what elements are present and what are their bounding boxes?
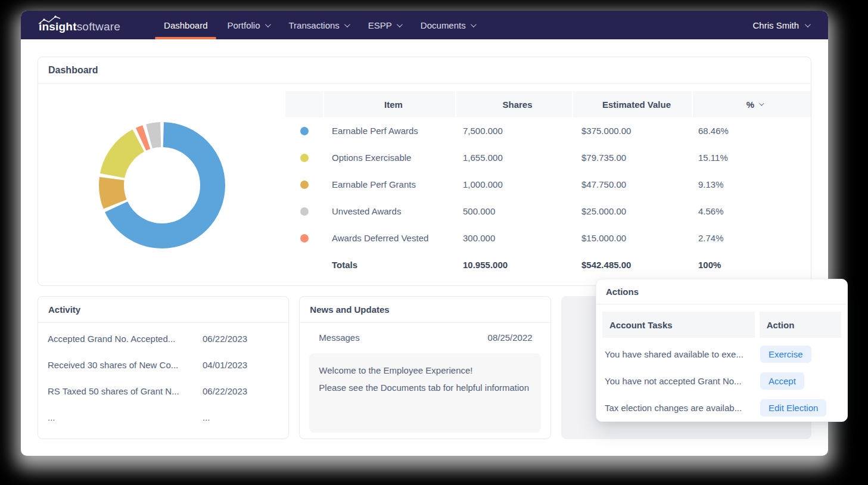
legend-color-column-header [285,91,323,117]
activity-list-item[interactable]: RS Taxed 50 shares of Grant N... 06/22/2… [38,386,288,396]
estimated-value: $79.735.00 [573,153,692,163]
item-label: Options Exercisable [324,153,455,163]
activity-date: 04/01/2023 [203,360,247,370]
task-text: Tax election changes are availab... [602,403,760,413]
table-row: Awards Deferred Vested 300.000 $15.000.0… [285,225,811,251]
messages-row[interactable]: Messages 08/25/2022 [309,332,540,343]
item-label: Awards Deferred Vested [324,233,455,243]
activity-text: ... [48,412,198,422]
top-navbar: insightsoftware Dashboard Portfolio Tran… [21,11,828,39]
task-text: You have not accepted Grant No... [602,376,760,386]
column-header-percent-sort[interactable]: % [693,91,811,117]
activity-card-title: Activity [38,297,288,323]
column-header-account-tasks: Account Tasks [602,312,755,338]
totals-row: Totals 10.955.000 $542.485.00 100% [285,251,811,278]
activity-text: Received 30 shares of New Co... [48,360,198,370]
user-menu[interactable]: Chris Smith [752,20,809,30]
activity-list-item: ... ... [38,412,288,422]
shares-value: 500.000 [456,206,572,216]
dashboard-card-title: Dashboard [38,57,811,84]
shares-value: 1,655.000 [456,153,572,163]
activity-list-item[interactable]: Received 30 shares of New Co... 04/01/20… [38,360,288,370]
dashboard-card: Dashboard Item Shares Estimated Value % [38,57,811,286]
table-row: Earnable Perf Grants 1,000.000 $47.750.0… [285,171,811,198]
estimated-value: $47.750.00 [573,179,692,189]
column-header-item: Item [324,91,455,117]
actions-table-header-row: Account Tasks Action [602,312,841,338]
nav-tab-label: Transactions [289,20,340,30]
chevron-down-icon [759,101,764,105]
percent-value: 68.46% [693,126,811,136]
totals-shares: 10.955.000 [456,260,572,270]
nav-tab-espp[interactable]: ESPP [359,11,410,39]
column-header-shares: Shares [456,91,572,117]
holdings-donut-chart [38,84,285,287]
item-label: Earnable Perf Awards [324,126,455,136]
nav-tab-label: Dashboard [164,20,207,30]
nav-tab-portfolio[interactable]: Portfolio [218,11,278,39]
chevron-down-icon [397,21,403,27]
edit-election-button[interactable]: Edit Election [760,399,826,416]
message-line: Welcome to the Employee Experience! [319,362,531,379]
estimated-value: $375.000.00 [573,126,692,136]
activity-text: RS Taxed 50 shares of Grant N... [48,386,198,396]
totals-estimated-value: $542.485.00 [573,260,692,270]
nav-tab-documents[interactable]: Documents [412,11,484,39]
table-row: Unvested Awards 500.000 $25.000.00 4.56% [285,198,811,225]
percent-value: 15.11% [693,153,811,163]
user-name: Chris Smith [752,20,799,30]
holdings-table: Item Shares Estimated Value % Earnable P… [285,84,811,287]
chevron-down-icon [805,21,811,27]
nav-tab-dashboard[interactable]: Dashboard [155,11,216,39]
shares-value: 300.000 [456,233,572,243]
legend-dot [300,127,309,135]
legend-dot [300,234,309,242]
activity-list-item[interactable]: Accepted Grand No. Accepted... 06/22/202… [38,334,288,344]
main-nav: Dashboard Portfolio Transactions ESPP Do… [155,11,484,39]
donut-chart-svg [99,122,225,248]
column-header-action: Action [760,312,841,338]
activity-text: Accepted Grand No. Accepted... [48,334,198,344]
shares-value: 1,000.000 [456,179,572,189]
chevron-down-icon [344,21,350,27]
news-card-title: News and Updates [300,297,550,323]
totals-percent: 100% [693,260,811,270]
percent-value: 9.13% [693,179,811,189]
activity-card: Activity Accepted Grand No. Accepted... … [38,296,289,439]
estimated-value: $25.000.00 [573,206,692,216]
item-label: Unvested Awards [324,206,455,216]
news-card: News and Updates Messages 08/25/2022 Wel… [299,296,550,439]
legend-dot [300,181,309,189]
percent-value: 4.56% [693,206,811,216]
percent-value: 2.74% [693,233,811,243]
legend-dot [300,207,309,216]
nav-tab-transactions[interactable]: Transactions [280,11,357,39]
task-row: Tax election changes are availab... Edit… [602,394,841,421]
nav-tab-label: Documents [421,20,466,30]
activity-date: 06/22/2023 [203,334,247,344]
logo-chart-line-icon [38,15,64,26]
activity-date: ... [203,412,210,422]
column-header-estimated-value: Estimated Value [573,91,692,117]
message-body: Welcome to the Employee Experience! Plea… [309,353,540,433]
column-header-label: % [746,100,754,110]
activity-date: 06/22/2023 [203,386,247,396]
item-label: Earnable Perf Grants [324,179,455,189]
exercise-button[interactable]: Exercise [760,346,811,363]
table-row: Earnable Perf Awards 7,500.000 $375.000.… [285,117,811,144]
actions-popup: Actions Account Tasks Action You have sh… [596,279,848,422]
totals-label: Totals [324,260,455,270]
task-row: You have not accepted Grant No... Accept [602,368,841,394]
brand-logo[interactable]: insightsoftware [39,11,120,39]
brand-name-light: software [77,20,120,33]
accept-button[interactable]: Accept [760,372,804,390]
chevron-down-icon [265,21,270,27]
task-text: You have shared available to exe... [602,349,760,359]
messages-label: Messages [319,332,359,343]
chevron-down-icon [471,21,477,27]
app-window: insightsoftware Dashboard Portfolio Tran… [21,11,828,456]
messages-date: 08/25/2022 [488,332,533,343]
legend-dot [300,154,309,162]
estimated-value: $15.000.00 [573,233,692,243]
actions-popup-title: Actions [596,279,847,304]
